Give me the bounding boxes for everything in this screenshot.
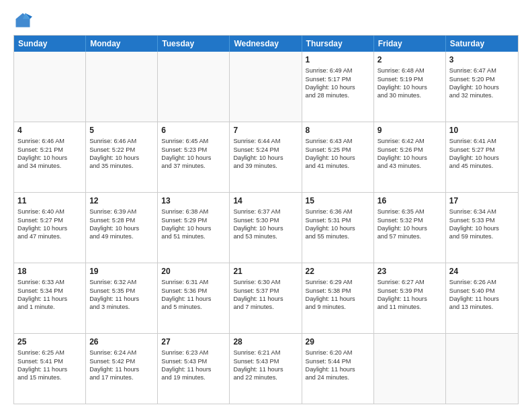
weekday-header-monday: Monday bbox=[86, 36, 158, 52]
logo-icon bbox=[13, 11, 32, 30]
calendar-body: 1Sunrise: 6:49 AM Sunset: 5:17 PM Daylig… bbox=[14, 52, 518, 404]
calendar-cell: 12Sunrise: 6:39 AM Sunset: 5:28 PM Dayli… bbox=[86, 193, 158, 263]
calendar-cell bbox=[158, 52, 230, 122]
calendar-cell: 3Sunrise: 6:47 AM Sunset: 5:20 PM Daylig… bbox=[446, 52, 518, 122]
calendar-cell: 6Sunrise: 6:45 AM Sunset: 5:23 PM Daylig… bbox=[158, 122, 230, 192]
cell-text: Sunrise: 6:47 AM Sunset: 5:20 PM Dayligh… bbox=[449, 66, 515, 100]
calendar-cell: 26Sunrise: 6:24 AM Sunset: 5:42 PM Dayli… bbox=[86, 334, 158, 404]
day-number: 13 bbox=[161, 195, 226, 206]
weekday-header-thursday: Thursday bbox=[302, 36, 374, 52]
calendar-cell: 22Sunrise: 6:29 AM Sunset: 5:38 PM Dayli… bbox=[302, 263, 374, 333]
day-number: 10 bbox=[449, 125, 515, 136]
calendar-cell: 9Sunrise: 6:42 AM Sunset: 5:26 PM Daylig… bbox=[374, 122, 446, 192]
cell-text: Sunrise: 6:42 AM Sunset: 5:26 PM Dayligh… bbox=[378, 137, 442, 171]
day-number: 11 bbox=[17, 195, 82, 206]
calendar-row-1: 4Sunrise: 6:46 AM Sunset: 5:21 PM Daylig… bbox=[14, 122, 518, 192]
day-number: 17 bbox=[449, 195, 515, 206]
calendar-cell: 14Sunrise: 6:37 AM Sunset: 5:30 PM Dayli… bbox=[230, 193, 302, 263]
cell-text: Sunrise: 6:23 AM Sunset: 5:43 PM Dayligh… bbox=[161, 349, 226, 382]
cell-text: Sunrise: 6:43 AM Sunset: 5:25 PM Dayligh… bbox=[306, 137, 370, 171]
calendar-cell: 1Sunrise: 6:49 AM Sunset: 5:17 PM Daylig… bbox=[302, 52, 374, 122]
cell-text: Sunrise: 6:31 AM Sunset: 5:36 PM Dayligh… bbox=[161, 278, 226, 312]
weekday-header-wednesday: Wednesday bbox=[230, 36, 302, 52]
day-number: 20 bbox=[161, 266, 226, 277]
cell-text: Sunrise: 6:33 AM Sunset: 5:34 PM Dayligh… bbox=[17, 278, 82, 312]
day-number: 28 bbox=[233, 336, 298, 347]
day-number: 8 bbox=[306, 125, 370, 136]
calendar-cell: 10Sunrise: 6:41 AM Sunset: 5:27 PM Dayli… bbox=[446, 122, 518, 192]
day-number: 23 bbox=[378, 266, 442, 277]
calendar-cell bbox=[230, 52, 302, 122]
day-number: 6 bbox=[161, 125, 226, 136]
day-number: 16 bbox=[378, 195, 442, 206]
cell-text: Sunrise: 6:34 AM Sunset: 5:33 PM Dayligh… bbox=[449, 208, 515, 241]
weekday-header-saturday: Saturday bbox=[446, 36, 518, 52]
cell-text: Sunrise: 6:38 AM Sunset: 5:29 PM Dayligh… bbox=[161, 208, 226, 241]
day-number: 26 bbox=[89, 336, 154, 347]
calendar-cell: 24Sunrise: 6:26 AM Sunset: 5:40 PM Dayli… bbox=[446, 263, 518, 333]
calendar-cell bbox=[446, 334, 518, 404]
day-number: 5 bbox=[89, 125, 154, 136]
day-number: 12 bbox=[89, 195, 154, 206]
cell-text: Sunrise: 6:35 AM Sunset: 5:32 PM Dayligh… bbox=[378, 208, 442, 241]
cell-text: Sunrise: 6:29 AM Sunset: 5:38 PM Dayligh… bbox=[306, 278, 370, 312]
cell-text: Sunrise: 6:20 AM Sunset: 5:44 PM Dayligh… bbox=[306, 349, 370, 382]
cell-text: Sunrise: 6:30 AM Sunset: 5:37 PM Dayligh… bbox=[233, 278, 298, 312]
page-header bbox=[13, 11, 519, 30]
calendar-cell bbox=[14, 52, 86, 122]
day-number: 2 bbox=[378, 54, 442, 65]
calendar-cell: 21Sunrise: 6:30 AM Sunset: 5:37 PM Dayli… bbox=[230, 263, 302, 333]
day-number: 25 bbox=[17, 336, 82, 347]
cell-text: Sunrise: 6:45 AM Sunset: 5:23 PM Dayligh… bbox=[161, 137, 226, 171]
calendar-cell: 23Sunrise: 6:27 AM Sunset: 5:39 PM Dayli… bbox=[374, 263, 446, 333]
calendar-cell: 13Sunrise: 6:38 AM Sunset: 5:29 PM Dayli… bbox=[158, 193, 230, 263]
cell-text: Sunrise: 6:36 AM Sunset: 5:31 PM Dayligh… bbox=[306, 208, 370, 241]
cell-text: Sunrise: 6:24 AM Sunset: 5:42 PM Dayligh… bbox=[89, 349, 154, 382]
calendar-row-3: 18Sunrise: 6:33 AM Sunset: 5:34 PM Dayli… bbox=[14, 263, 518, 333]
calendar-cell: 4Sunrise: 6:46 AM Sunset: 5:21 PM Daylig… bbox=[14, 122, 86, 192]
calendar: SundayMondayTuesdayWednesdayThursdayFrid… bbox=[13, 35, 519, 404]
day-number: 4 bbox=[17, 125, 82, 136]
day-number: 14 bbox=[233, 195, 298, 206]
cell-text: Sunrise: 6:48 AM Sunset: 5:19 PM Dayligh… bbox=[378, 66, 442, 100]
cell-text: Sunrise: 6:49 AM Sunset: 5:17 PM Dayligh… bbox=[306, 66, 370, 100]
day-number: 21 bbox=[233, 266, 298, 277]
calendar-cell: 8Sunrise: 6:43 AM Sunset: 5:25 PM Daylig… bbox=[302, 122, 374, 192]
calendar-cell: 18Sunrise: 6:33 AM Sunset: 5:34 PM Dayli… bbox=[14, 263, 86, 333]
day-number: 19 bbox=[89, 266, 154, 277]
calendar-cell: 20Sunrise: 6:31 AM Sunset: 5:36 PM Dayli… bbox=[158, 263, 230, 333]
calendar-cell: 5Sunrise: 6:46 AM Sunset: 5:22 PM Daylig… bbox=[86, 122, 158, 192]
day-number: 7 bbox=[233, 125, 298, 136]
calendar-cell: 28Sunrise: 6:21 AM Sunset: 5:43 PM Dayli… bbox=[230, 334, 302, 404]
day-number: 29 bbox=[306, 336, 370, 347]
cell-text: Sunrise: 6:40 AM Sunset: 5:27 PM Dayligh… bbox=[17, 208, 82, 241]
calendar-cell: 19Sunrise: 6:32 AM Sunset: 5:35 PM Dayli… bbox=[86, 263, 158, 333]
calendar-row-2: 11Sunrise: 6:40 AM Sunset: 5:27 PM Dayli… bbox=[14, 192, 518, 263]
day-number: 1 bbox=[306, 54, 370, 65]
calendar-row-0: 1Sunrise: 6:49 AM Sunset: 5:17 PM Daylig… bbox=[14, 52, 518, 122]
cell-text: Sunrise: 6:32 AM Sunset: 5:35 PM Dayligh… bbox=[89, 278, 154, 312]
day-number: 24 bbox=[449, 266, 515, 277]
calendar-cell: 27Sunrise: 6:23 AM Sunset: 5:43 PM Dayli… bbox=[158, 334, 230, 404]
weekday-header-sunday: Sunday bbox=[14, 36, 86, 52]
calendar-page: SundayMondayTuesdayWednesdayThursdayFrid… bbox=[0, 0, 532, 411]
day-number: 27 bbox=[161, 336, 226, 347]
calendar-cell: 11Sunrise: 6:40 AM Sunset: 5:27 PM Dayli… bbox=[14, 193, 86, 263]
cell-text: Sunrise: 6:25 AM Sunset: 5:41 PM Dayligh… bbox=[17, 349, 82, 382]
cell-text: Sunrise: 6:27 AM Sunset: 5:39 PM Dayligh… bbox=[378, 278, 442, 312]
day-number: 9 bbox=[378, 125, 442, 136]
calendar-header: SundayMondayTuesdayWednesdayThursdayFrid… bbox=[14, 36, 518, 52]
cell-text: Sunrise: 6:37 AM Sunset: 5:30 PM Dayligh… bbox=[233, 208, 298, 241]
calendar-cell: 16Sunrise: 6:35 AM Sunset: 5:32 PM Dayli… bbox=[374, 193, 446, 263]
cell-text: Sunrise: 6:21 AM Sunset: 5:43 PM Dayligh… bbox=[233, 349, 298, 382]
calendar-cell: 7Sunrise: 6:44 AM Sunset: 5:24 PM Daylig… bbox=[230, 122, 302, 192]
weekday-header-tuesday: Tuesday bbox=[158, 36, 230, 52]
cell-text: Sunrise: 6:26 AM Sunset: 5:40 PM Dayligh… bbox=[449, 278, 515, 312]
day-number: 15 bbox=[306, 195, 370, 206]
calendar-cell: 25Sunrise: 6:25 AM Sunset: 5:41 PM Dayli… bbox=[14, 334, 86, 404]
cell-text: Sunrise: 6:46 AM Sunset: 5:21 PM Dayligh… bbox=[17, 137, 82, 171]
calendar-cell: 15Sunrise: 6:36 AM Sunset: 5:31 PM Dayli… bbox=[302, 193, 374, 263]
cell-text: Sunrise: 6:46 AM Sunset: 5:22 PM Dayligh… bbox=[89, 137, 154, 171]
cell-text: Sunrise: 6:39 AM Sunset: 5:28 PM Dayligh… bbox=[89, 208, 154, 241]
calendar-row-4: 25Sunrise: 6:25 AM Sunset: 5:41 PM Dayli… bbox=[14, 333, 518, 404]
